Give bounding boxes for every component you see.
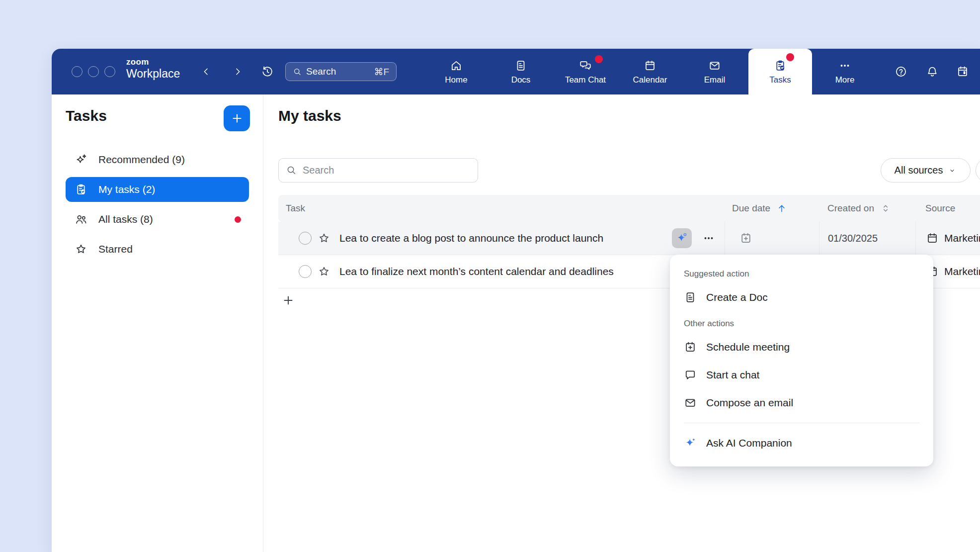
new-task-button[interactable] [224, 105, 250, 131]
add-due-date-icon[interactable] [739, 232, 752, 245]
task-complete-checkbox[interactable] [299, 232, 312, 245]
tab-tasks-label: Tasks [769, 76, 791, 84]
column-header-created-on[interactable]: Created on [819, 203, 915, 214]
task-title: Lea to create a blog post to announce th… [339, 232, 603, 244]
email-icon [708, 59, 721, 72]
plus-icon [282, 294, 295, 307]
calendar-source-icon [926, 232, 939, 245]
source-label: Marketing [944, 266, 980, 277]
sidebar: Tasks Recommended (9) [52, 94, 263, 552]
menu-section-label: Suggested action [684, 265, 919, 283]
tab-team-chat-label: Team Chat [565, 76, 606, 84]
ai-sparkle-icon [675, 232, 688, 245]
calendar-date-icon [956, 65, 969, 78]
calendar-date-button[interactable] [953, 62, 973, 82]
window-minimize-button[interactable] [88, 66, 99, 77]
sidebar-nav: Recommended (9) My tasks (2) All tasks (… [52, 147, 263, 262]
top-navbar: zoom Workplace Search ⌘F Home Docs Te [52, 49, 980, 94]
menu-item-start-chat[interactable]: Start a chat [684, 361, 919, 389]
calendar-plus-icon [684, 341, 697, 354]
tab-email[interactable]: Email [682, 49, 747, 94]
notifications-button[interactable] [922, 62, 942, 82]
plus-icon [231, 112, 244, 125]
sidebar-item-label: Starred [98, 243, 133, 255]
window-controls [72, 66, 115, 77]
envelope-icon [684, 396, 697, 409]
chevron-right-icon [232, 66, 243, 77]
tab-home-label: Home [445, 76, 467, 84]
help-button[interactable] [891, 62, 911, 82]
tab-calendar-label: Calendar [633, 76, 667, 84]
sort-ascending-icon[interactable] [776, 203, 787, 214]
table-row[interactable]: Lea to create a blog post to announce th… [278, 222, 980, 255]
sidebar-title: Tasks [66, 107, 250, 124]
task-cell: Lea to finalize next month’s content cal… [278, 255, 725, 288]
window-close-button[interactable] [72, 66, 82, 77]
team-chat-icon [579, 59, 592, 72]
more-icon [838, 59, 851, 72]
sidebar-item-label: All tasks (8) [98, 213, 153, 225]
chevron-left-icon [201, 66, 212, 77]
screen: zoom Workplace Search ⌘F Home Docs Te [0, 0, 980, 552]
menu-item-compose-email[interactable]: Compose an email [684, 389, 919, 417]
tasks-icon [774, 59, 787, 72]
due-date-cell[interactable] [725, 222, 819, 255]
history-button[interactable] [258, 63, 276, 81]
created-on-cell: 01/30/2025 [819, 222, 915, 255]
sidebar-item-my-tasks[interactable]: My tasks (2) [66, 177, 249, 202]
sidebar-item-all-tasks[interactable]: All tasks (8) [66, 207, 249, 232]
help-icon [895, 65, 907, 78]
created-on-date: 01/30/2025 [828, 233, 878, 244]
sidebar-header: Tasks [52, 94, 263, 135]
home-icon [450, 59, 463, 72]
tab-docs[interactable]: Docs [489, 49, 553, 94]
menu-item-schedule-meeting[interactable]: Schedule meeting [684, 333, 919, 361]
back-button[interactable] [197, 63, 215, 81]
global-search-placeholder: Search [306, 66, 336, 77]
column-header-task[interactable]: Task [278, 203, 725, 214]
doc-icon [684, 291, 697, 304]
star-icon [75, 243, 87, 256]
sort-toggle-icon[interactable] [880, 203, 891, 214]
tab-team-chat[interactable]: Team Chat [553, 49, 618, 94]
menu-section-label: Other actions [684, 314, 919, 333]
row-more-actions-button[interactable] [699, 228, 719, 248]
tab-more[interactable]: More [813, 49, 877, 94]
menu-item-ask-ai-companion[interactable]: Ask AI Companion [684, 429, 919, 457]
task-search-input[interactable] [278, 158, 478, 183]
task-title: Lea to finalize next month’s content cal… [339, 266, 614, 277]
add-task-button[interactable] [279, 291, 297, 309]
star-icon[interactable] [318, 232, 330, 245]
my-tasks-icon [75, 183, 87, 196]
search-shortcut-hint: ⌘F [374, 66, 389, 78]
global-search-input[interactable]: Search ⌘F [285, 62, 397, 81]
filter-button-partial[interactable] [976, 158, 980, 183]
chat-bubble-icon [684, 368, 697, 381]
tab-home[interactable]: Home [424, 49, 489, 94]
column-header-due-date[interactable]: Due date [725, 203, 819, 214]
tab-calendar[interactable]: Calendar [618, 49, 682, 94]
sidebar-item-label: Recommended (9) [98, 154, 185, 166]
people-icon [75, 213, 87, 226]
ellipsis-icon [702, 232, 715, 245]
chevron-down-icon [948, 166, 957, 175]
zoom-workplace-logo: zoom Workplace [126, 58, 180, 80]
forward-button[interactable] [229, 63, 246, 81]
task-complete-checkbox[interactable] [299, 265, 312, 278]
task-actions-menu: Suggested action Create a Doc Other acti… [670, 255, 933, 466]
docs-icon [514, 59, 527, 72]
column-header-source[interactable]: Source [915, 203, 980, 214]
sidebar-item-starred[interactable]: Starred [66, 237, 249, 262]
window-maximize-button[interactable] [104, 66, 115, 77]
star-icon[interactable] [318, 265, 330, 278]
tab-tasks[interactable]: Tasks [748, 49, 812, 94]
source-cell: Marketing [915, 222, 980, 255]
source-filter-dropdown[interactable]: All sources [881, 158, 971, 183]
menu-divider [684, 423, 919, 423]
sidebar-item-recommended[interactable]: Recommended (9) [66, 147, 249, 172]
tab-more-label: More [835, 76, 855, 84]
source-label: Marketing [944, 232, 980, 244]
menu-item-create-doc[interactable]: Create a Doc [684, 283, 919, 311]
ai-companion-button[interactable] [672, 228, 692, 248]
search-icon [293, 67, 302, 76]
